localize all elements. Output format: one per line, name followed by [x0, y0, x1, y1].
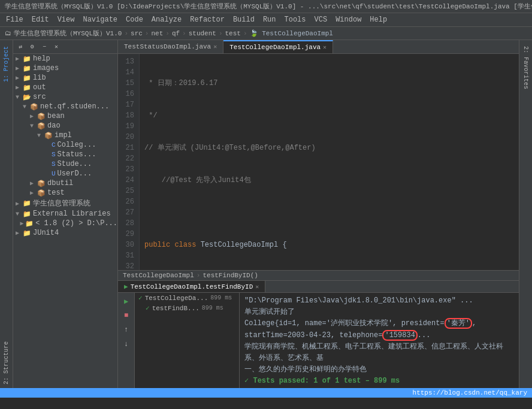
output-line-5: 一、悠久的办学历史和鲜明的办学特色 [244, 364, 514, 375]
folder-icon-junit: 📁 [23, 229, 31, 237]
sort-asc-btn[interactable]: ↑ [120, 324, 132, 336]
breadcrumb-file[interactable]: 🍃 TestCollegeDaoImpl [250, 29, 333, 37]
label-test: test [47, 189, 65, 197]
stop-btn[interactable]: ■ [120, 310, 132, 322]
package-icon-dao: 📦 [37, 122, 46, 130]
tree-item-out[interactable]: ▶ 📁 out [13, 83, 117, 92]
menu-code[interactable]: Code [122, 14, 147, 25]
tree-item-mgmt[interactable]: ▶ 📁 学生信息管理系统 [13, 198, 117, 209]
label-impl: impl [55, 131, 72, 140]
breadcrumb-qf[interactable]: qf [172, 30, 180, 37]
toolbar-gear-btn[interactable]: ⚙ [28, 42, 37, 51]
menu-help[interactable]: Help [366, 14, 391, 25]
tree-item-dbutil[interactable]: ▶ 📦 dbutil [13, 178, 117, 188]
tree-item-dao[interactable]: ▼ 📦 dao [13, 121, 117, 131]
tree-item-src[interactable]: ▼ 📂 src [13, 92, 117, 102]
run-panel: ▶ TestCollegeDaoImpl.testFindByID ✕ ▶ ■ … [118, 280, 519, 388]
label-jdk: < 1.8 (2) > D:\P... [35, 219, 117, 228]
package-icon-dbutil: 📦 [37, 180, 46, 187]
output-line-4: 学院现有商学院、机械工程系、电子工程系、建筑工程系、信息工程系、人文社科系、外语… [244, 341, 514, 364]
menu-file[interactable]: File [2, 14, 27, 25]
package-icon-test: 📦 [37, 189, 46, 197]
folder-icon-ext: 📁 [23, 210, 31, 218]
menu-vcs[interactable]: VCS [311, 14, 331, 25]
status-right[interactable]: https://blog.csdn.net/qq_kary [413, 389, 527, 396]
tree-item-ext-libs[interactable]: ▼ 📁 External Libraries [13, 209, 117, 219]
test-result-case[interactable]: ✓ testFindB... 899 ms [135, 303, 239, 313]
menu-navigate[interactable]: Navigate [79, 14, 121, 25]
tree-item-bean[interactable]: ▶ 📦 bean [13, 111, 117, 121]
arrow-images: ▶ [16, 65, 23, 72]
tree-item-user-dao[interactable]: U UserD... [13, 169, 117, 178]
toolbar-collapse-btn[interactable]: − [40, 42, 49, 51]
arrow-lib: ▶ [16, 74, 23, 81]
label-dao: dao [47, 122, 61, 130]
menu-run[interactable]: Run [259, 14, 280, 25]
test-result-suite[interactable]: ✓ TestCollegeDa... 899 ms [135, 293, 239, 303]
output-line-3: College{id=1, name='泸州职业技术学院', president… [244, 318, 514, 341]
tree-item-status-dao[interactable]: S Status... [13, 150, 117, 159]
code-editor[interactable]: 13 14 15 16 17 18 19 20 21 22 23 24 25 2… [118, 54, 519, 270]
breadcrumb-method[interactable]: testFindByID() [202, 272, 258, 279]
menu-tools[interactable]: Tools [281, 14, 310, 25]
menu-window[interactable]: Window [332, 14, 365, 25]
label-ext-libs: External Libraries [33, 210, 111, 218]
test-results-side: ✓ TestCollegeDa... 899 ms ✓ testFindB...… [135, 293, 240, 388]
label-mgmt: 学生信息管理系统 [33, 198, 90, 208]
tree-item-images[interactable]: ▶ 📁 images [13, 63, 117, 73]
tree-item-junit[interactable]: ▶ 📁 JUnit4 [13, 228, 117, 238]
arrow-bean: ▶ [30, 113, 37, 120]
tab-status-dao[interactable]: TestStatusDaoImpl.java ✕ [118, 40, 223, 53]
tab-favorites[interactable]: 2: Favorites [521, 43, 531, 93]
tree-item-test[interactable]: ▶ 📦 test [13, 188, 117, 198]
label-help: help [33, 54, 50, 63]
tab-project[interactable]: 1: Project [1, 43, 11, 86]
sep5: › [219, 30, 223, 37]
rerun-btn[interactable]: ▶ [120, 295, 132, 307]
label-college-dao: Colleg... [58, 141, 96, 149]
pass-badge: ✓ Tests passed: 1 of 1 test – 899 ms [244, 375, 514, 387]
tab-status-close[interactable]: ✕ [213, 43, 217, 50]
tree-item-help[interactable]: ▶ 📁 help [13, 54, 117, 63]
test-suite-name: TestCollegeDa... [145, 295, 208, 302]
breadcrumb-student[interactable]: student [189, 30, 216, 37]
folder-icon-out: 📁 [23, 84, 31, 92]
tab-college-close[interactable]: ✕ [323, 44, 327, 51]
test-suite-time: 899 ms [210, 295, 232, 301]
check-icon-suite: ✓ [138, 294, 143, 302]
tree-item-stude-dao[interactable]: S Stude... [13, 159, 117, 169]
editor-area: TestStatusDaoImpl.java ✕ TestCollegeDaoI… [118, 40, 519, 388]
folder-icon-images: 📁 [23, 65, 31, 72]
toolbar-close-btn[interactable]: ✕ [52, 42, 61, 51]
folder-icon-lib: 📁 [23, 74, 31, 82]
run-tab-main[interactable]: ▶ TestCollegeDaoImpl.testFindByID ✕ [118, 281, 265, 292]
label-pkg-root: net.qf.studen... [40, 102, 109, 111]
menu-build[interactable]: Build [229, 14, 258, 25]
menu-analyze[interactable]: Analyze [148, 14, 185, 25]
tree-item-impl[interactable]: ▼ 📦 impl [13, 131, 117, 140]
folder-icon-jdk: 📁 [25, 220, 34, 228]
breadcrumb-project[interactable]: 学生信息管理系统（MYSQL版）V1.0 [14, 29, 122, 38]
arrow-help: ▶ [16, 55, 23, 62]
toolbar-sync-btn[interactable]: ⇄ [16, 42, 25, 51]
breadcrumb-src[interactable]: src [131, 30, 143, 37]
tab-structure[interactable]: 2: Structure [1, 338, 11, 388]
arrow-dao: ▼ [30, 123, 37, 129]
breadcrumb-net[interactable]: net [151, 30, 163, 37]
menu-edit[interactable]: Edit [28, 14, 53, 25]
project-panel: ⇄ ⚙ − ✕ ▶ 📁 help ▶ 📁 images ▶ [13, 40, 118, 388]
tab-college-dao[interactable]: TestCollegeDaoImpl.java ✕ [223, 40, 333, 53]
menu-view[interactable]: View [54, 14, 78, 25]
menu-refactor[interactable]: Refactor [186, 14, 228, 25]
folder-icon-mgmt: 📁 [23, 199, 31, 207]
run-tab-close[interactable]: ✕ [255, 283, 259, 290]
code-content[interactable]: * 日期：2019.6.17 */ // 单元测试 (JUnit4:@Test,… [140, 54, 519, 270]
tree-item-lib[interactable]: ▶ 📁 lib [13, 73, 117, 83]
tree-item-college-dao[interactable]: C Colleg... [13, 140, 117, 150]
breadcrumb-test[interactable]: test [225, 30, 241, 37]
breadcrumb-class[interactable]: TestCollegeDaoImpl [123, 272, 194, 279]
sort-desc-btn[interactable]: ↓ [120, 338, 132, 350]
tree-item-jdk[interactable]: ▶ 📁 < 1.8 (2) > D:\P... [13, 219, 117, 228]
arrow-impl: ▼ [37, 132, 44, 139]
tree-item-pkg-root[interactable]: ▼ 📦 net.qf.studen... [13, 102, 117, 111]
